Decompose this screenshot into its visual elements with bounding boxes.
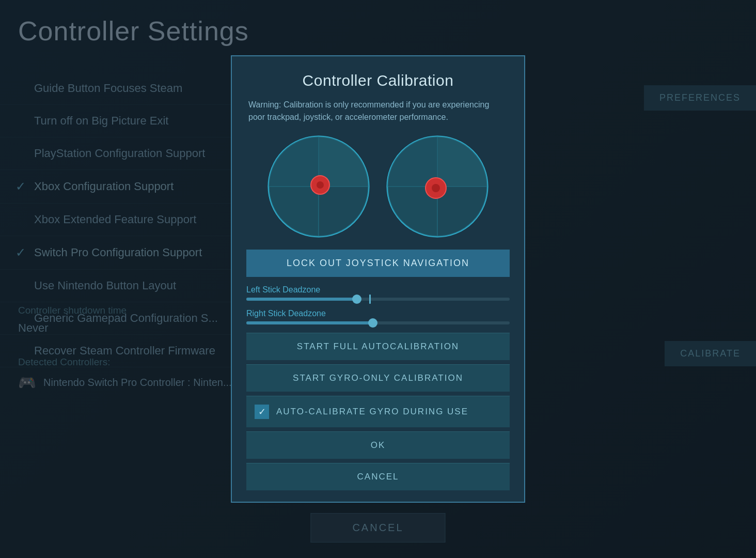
start-gyro-calibration-button[interactable]: START GYRO-ONLY CALIBRATION (246, 364, 510, 392)
right-stick-label: Right Stick Deadzone (246, 309, 510, 318)
right-stick-thumb[interactable] (368, 318, 377, 328)
modal-cancel-button[interactable]: CANCEL (246, 463, 510, 490)
auto-calibrate-label: AUTO-CALIBRATE GYRO DURING USE (276, 407, 468, 417)
left-stick-track[interactable] (246, 298, 510, 301)
right-stick-track[interactable] (246, 321, 510, 324)
calibration-modal: Controller Calibration Warning: Calibrat… (231, 55, 525, 503)
left-stick-thumb[interactable] (352, 295, 361, 304)
right-stick-fill (246, 321, 373, 324)
auto-calibrate-checkbox[interactable]: ✓ (255, 405, 269, 419)
left-stick-marker (369, 295, 371, 304)
svg-point-4 (317, 181, 324, 189)
modal-warning: Warning: Calibration is only recommended… (246, 99, 510, 123)
joystick-area (246, 135, 510, 238)
modal-title: Controller Calibration (246, 72, 510, 89)
right-joystick (386, 135, 489, 238)
left-stick-fill (246, 298, 357, 301)
left-stick-section: Left Stick Deadzone (246, 285, 510, 301)
lockout-button[interactable]: LOCK OUT JOYSTICK NAVIGATION (246, 250, 510, 277)
start-full-autocalibration-button[interactable]: START FULL AUTOCALIBRATION (246, 333, 510, 360)
auto-calibrate-row[interactable]: ✓ AUTO-CALIBRATE GYRO DURING USE (246, 396, 510, 427)
ok-button[interactable]: OK (246, 431, 510, 459)
right-stick-section: Right Stick Deadzone (246, 309, 510, 324)
left-stick-label: Left Stick Deadzone (246, 285, 510, 295)
left-joystick (267, 135, 370, 238)
svg-point-9 (432, 184, 440, 192)
